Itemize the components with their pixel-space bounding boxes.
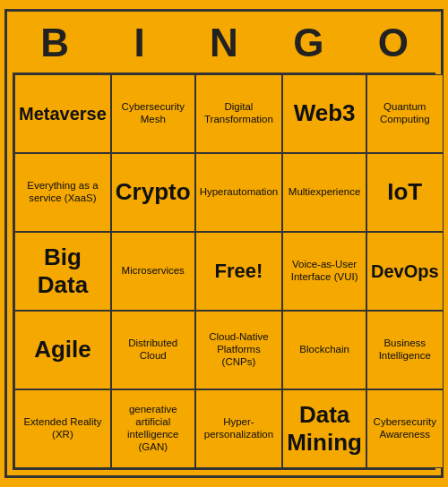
bingo-cell: DevOps bbox=[366, 232, 444, 311]
bingo-cell: Big Data bbox=[14, 232, 111, 311]
bingo-cell: Cybersecurity Mesh bbox=[111, 74, 195, 153]
bingo-cell: Hyper-personalization bbox=[195, 389, 283, 468]
bingo-cell: Web3 bbox=[282, 74, 366, 153]
bingo-card: BINGO MetaverseCybersecurity MeshDigital… bbox=[4, 9, 444, 478]
bingo-letter: G bbox=[269, 21, 348, 65]
bingo-letter: N bbox=[185, 21, 263, 65]
bingo-cell: Data Mining bbox=[282, 389, 366, 468]
bingo-cell: Extended Reality (XR) bbox=[14, 389, 111, 468]
bingo-cell: Everything as a service (XaaS) bbox=[14, 153, 111, 232]
bingo-cell: Metaverse bbox=[14, 74, 111, 153]
bingo-grid: MetaverseCybersecurity MeshDigital Trans… bbox=[13, 73, 435, 470]
bingo-cell: Multiexperience bbox=[282, 153, 366, 232]
bingo-cell: Voice-as-User Interface (VUI) bbox=[282, 232, 366, 311]
bingo-cell: Quantum Computing bbox=[366, 74, 444, 153]
bingo-letter: O bbox=[354, 21, 433, 65]
bingo-cell: Business Intelligence bbox=[366, 311, 444, 389]
bingo-cell: Agile bbox=[14, 311, 111, 389]
bingo-cell: IoT bbox=[366, 153, 444, 232]
bingo-cell: Microservices bbox=[111, 232, 195, 311]
bingo-cell: Cybersecurity Awareness bbox=[366, 389, 444, 468]
bingo-cell: Hyperautomation bbox=[195, 153, 283, 232]
bingo-cell: Cloud-Native Platforms (CNPs) bbox=[195, 311, 283, 389]
bingo-cell: Distributed Cloud bbox=[111, 311, 195, 389]
bingo-cell: Crypto bbox=[111, 153, 195, 232]
bingo-cell: Blockchain bbox=[282, 311, 366, 389]
bingo-letter: B bbox=[15, 21, 94, 65]
bingo-cell: Digital Transformation bbox=[195, 74, 283, 153]
bingo-header: BINGO bbox=[13, 17, 435, 73]
bingo-cell: Free! bbox=[195, 232, 283, 311]
bingo-letter: I bbox=[100, 21, 179, 65]
bingo-cell: generative artificial intelligence (GAN) bbox=[111, 389, 195, 468]
